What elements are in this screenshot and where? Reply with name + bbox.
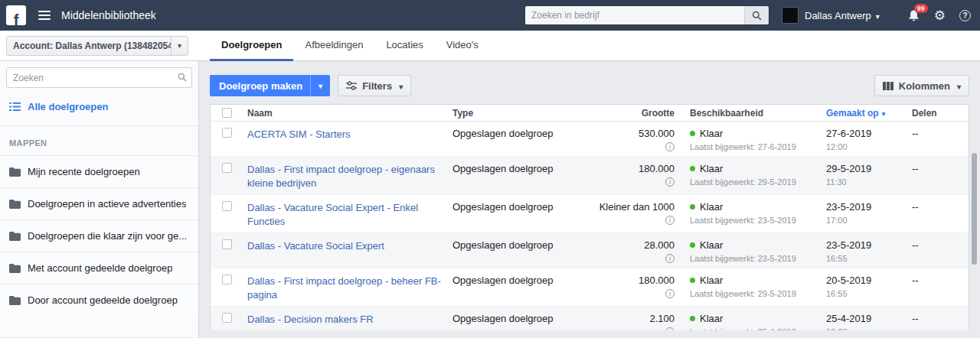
folder-label: Doelgroepen die klaar zijn voor ge... [28,230,187,242]
account-selector-dropdown[interactable]: Account: Dallas Antwerp (138482054... [6,36,188,56]
settings-button[interactable]: ⚙ [934,9,946,22]
vertical-scrollbar[interactable] [972,153,977,265]
sidebar-folder-item[interactable]: Met account gedeelde doelgroep [0,252,198,284]
audience-type: Opgeslagen doelgroep [448,195,564,232]
status-dot [690,166,695,171]
created-date: 20-5-2019 [826,275,903,286]
column-header-delen[interactable]: Delen [907,108,969,119]
share-value: -- [907,268,969,306]
row-checkbox[interactable] [222,313,232,323]
account-menu[interactable]: Dallas Antwerp [782,7,880,24]
audience-name-link[interactable]: Dallas - Vacature Social Expert [247,239,384,253]
column-header-naam[interactable]: Naam [243,108,448,119]
last-updated-text: Laatst bijgewerkt: 25-4-2019 [690,327,817,330]
status-dot [690,316,695,321]
columns-label: Kolommen [899,80,950,92]
audience-type: Opgeslagen doelgroep [448,268,564,306]
share-value: -- [907,122,969,156]
column-header-beschikbaarheid[interactable]: Beschikbaarheid [685,108,822,119]
tab-videos[interactable]: Video's [435,31,490,61]
share-value: -- [907,233,969,268]
last-updated-text: Laatst bijgewerkt: 23-5-2019 [690,254,817,263]
table-row[interactable]: Dallas - Vacature Social Expert Opgeslag… [211,233,969,268]
business-search-input[interactable] [525,6,744,24]
table-row[interactable]: ACERTA SIM - Starters Opgeslagen doelgro… [211,122,969,157]
row-checkbox[interactable] [222,239,232,249]
created-date: 23-5-2019 [826,239,903,251]
audience-type: Opgeslagen doelgroep [448,157,564,194]
sidebar-item-all-audiences[interactable]: Alle doelgroepen [0,94,198,119]
status-label: Klaar [700,313,723,324]
created-date: 29-5-2019 [826,163,903,174]
folder-label: Mijn recente doelgroepen [28,166,140,177]
audience-name-link[interactable]: Dallas - First impact doelgroep - eigena… [247,163,443,190]
audience-name-link[interactable]: Dallas - Decision makers FR [247,313,374,327]
table-row[interactable]: Dallas - First impact doelgroep - eigena… [211,157,969,195]
audience-size: 28.000 [644,239,675,251]
menu-icon[interactable] [38,11,51,20]
audience-name-link[interactable]: Dallas - First impact doelgroep - beheer… [247,275,443,301]
sidebar-search [6,67,192,88]
sidebar-folder-item[interactable]: Door account gedeelde doelgroep [0,284,198,316]
create-audience-button[interactable]: Doelgroep maken [210,75,330,96]
table-body: ACERTA SIM - Starters Opgeslagen doelgro… [211,122,969,330]
sidebar-folder-item[interactable]: Doelgroepen in actieve advertenties [0,187,198,219]
row-checkbox[interactable] [222,128,232,138]
created-date: 25-4-2019 [826,313,903,324]
facebook-logo[interactable] [6,5,26,25]
status-label: Klaar [700,163,723,174]
tab-locaties[interactable]: Locaties [374,31,434,61]
audience-size: 180.000 [639,163,675,174]
columns-icon [883,82,893,90]
info-icon[interactable] [665,327,675,330]
info-icon[interactable] [665,142,675,151]
row-checkbox[interactable] [222,275,232,284]
last-updated-text: Laatst bijgewerkt: 29-5-2019 [690,289,817,298]
column-header-type[interactable]: Type [448,108,564,119]
folder-icon [9,264,21,273]
account-selector-label: Account: Dallas Antwerp (138482054... [7,41,171,51]
audiences-table: Naam Type Grootte Beschikbaarheid Gemaak… [210,104,969,330]
select-all-checkbox[interactable] [222,108,232,118]
main-panel: Doelgroep maken Filters Kolommen [199,61,980,337]
column-header-grootte[interactable]: Grootte [564,108,685,119]
audience-type: Opgeslagen doelgroep [448,122,564,156]
folder-icon [9,167,21,177]
audience-size: 530.000 [639,128,675,139]
content: Alle doelgroepen MAPPEN Mijn recente doe… [0,61,980,337]
chevron-down-icon [399,80,403,92]
filters-label: Filters [362,80,392,92]
tab-bar: Doelgroepen Afbeeldingen Locaties Video'… [210,31,490,61]
help-button[interactable] [959,10,971,21]
audience-name-link[interactable]: Dallas - Vacature Social Expert - Enkel … [247,201,443,228]
info-icon[interactable] [665,177,675,187]
audience-name-link[interactable]: ACERTA SIM - Starters [247,128,351,141]
sidebar-folder-item[interactable]: Doelgroepen die klaar zijn voor ge... [0,219,198,252]
sidebar-folder-item[interactable]: Mijn recente doelgroepen [0,155,198,187]
tab-afbeeldingen[interactable]: Afbeeldingen [293,31,374,61]
column-header-gemaakt-op[interactable]: Gemaakt op [822,108,907,119]
info-icon[interactable] [665,289,675,298]
list-icon [9,102,21,112]
table-row[interactable]: Dallas - First impact doelgroep - beheer… [211,268,969,307]
columns-button[interactable]: Kolommen [874,75,969,96]
avatar [782,7,799,24]
filters-button[interactable]: Filters [338,75,411,96]
info-icon[interactable] [665,216,675,225]
table-row[interactable]: Dallas - Decision makers FR Opgeslagen d… [211,307,969,330]
created-time: 16:55 [826,254,903,263]
notification-badge: 99 [914,4,928,13]
tab-doelgroepen[interactable]: Doelgroepen [210,31,293,61]
table-header-row: Naam Type Grootte Beschikbaarheid Gemaak… [211,105,969,122]
folder-label: Door account gedeelde doelgroep [28,294,178,306]
share-value: -- [907,157,969,194]
search-icon[interactable] [744,6,769,24]
table-row[interactable]: Dallas - Vacature Social Expert - Enkel … [211,195,969,233]
created-date: 27-6-2019 [826,128,903,139]
info-icon[interactable] [665,254,675,263]
sidebar-search-input[interactable] [6,67,192,88]
row-checkbox[interactable] [222,201,232,211]
help-icon [959,10,971,21]
notifications-button[interactable]: 99 [907,9,920,22]
row-checkbox[interactable] [222,163,232,173]
